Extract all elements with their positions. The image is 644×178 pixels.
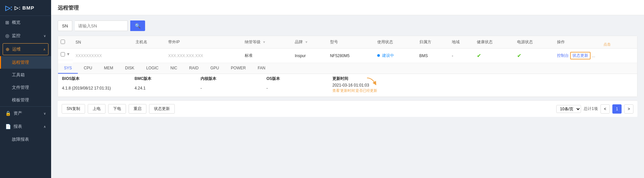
cell-hostname <box>133 49 166 63</box>
assets-icon: 🔒 <box>5 111 11 116</box>
per-page-select[interactable]: 10条/页 <box>556 105 581 113</box>
status-dot <box>377 54 380 57</box>
reports-icon: 📄 <box>5 124 11 129</box>
update-time-value: 2021-03-16 01:01:03 <box>332 83 369 88</box>
sidebar-item-assets[interactable]: 🔒 资产 ∨ <box>0 106 51 120</box>
th-tier[interactable]: 纳管等级 ▼ <box>242 36 292 49</box>
sub-info-values-cell: 4.1.8 (2019/08/12 17:01:31) 4.24.1 - - 2… <box>58 82 637 97</box>
cell-power: ✔ <box>514 49 554 63</box>
more-ops-button[interactable]: ... <box>592 53 595 58</box>
sidebar-item-label: 资产 <box>14 110 22 116</box>
th-use-status: 使用状态 <box>375 36 417 49</box>
sub-tab-gpu[interactable]: GPU <box>204 63 225 74</box>
header-bmc: BMC版本 <box>135 76 200 82</box>
filter-icon: ▼ <box>262 40 266 44</box>
sub-tab-power[interactable]: POWER <box>225 63 252 74</box>
sidebar-subitem-label: 远程管理 <box>12 59 29 65</box>
sub-tab-logic[interactable]: LOGIC <box>140 63 164 74</box>
check-hint-label: 查看'更新时间'是否已经更新 <box>332 88 398 93</box>
sub-tabs: SYS CPU MEM DISK LOGIC NIC RAID GPU POWE… <box>58 63 637 74</box>
sidebar-item-remote-mgmt[interactable]: 远程管理 <box>0 56 51 69</box>
cell-location: - <box>449 49 474 63</box>
sidebar-item-toolbox[interactable]: 工具箱 <box>0 69 51 81</box>
sub-tabs-cell: SYS CPU MEM DISK LOGIC NIC RAID GPU POWE… <box>58 63 637 74</box>
page-title: 远程管理 <box>58 5 79 11</box>
val-bios: 4.1.8 (2019/08/12 17:01:31) <box>62 86 135 90</box>
power-on-button[interactable]: 上电 <box>88 104 106 114</box>
th-tier-label: 纳管等级 <box>245 40 261 44</box>
select-all-checkbox[interactable] <box>61 40 65 44</box>
sub-tab-sys[interactable]: SYS <box>58 63 78 74</box>
th-location: 地域 <box>449 36 474 49</box>
sidebar: ▷: ▷: BMP ⊞ 概览 ◎ 监控 ∨ ⊕ 运维 ∧ 远程管理 工具箱 文件… <box>0 0 51 178</box>
cell-ip: XXX.XXX.XXX.XXX <box>166 49 242 63</box>
monitor-icon: ◎ <box>5 33 9 38</box>
table-row: ▼ XXXXXXXXXX XXX.XXX.XXX.XXX 标准 Inspur N… <box>58 49 637 63</box>
sidebar-item-file-mgmt[interactable]: 文件管理 <box>0 81 51 94</box>
status-update-link[interactable]: 状态更新 <box>570 52 591 59</box>
ops-cell: 控制台 状态更新 ... 点击 <box>557 52 634 59</box>
expand-icon[interactable]: ▼ <box>66 52 70 56</box>
sidebar-item-overview[interactable]: ⊞ 概览 <box>0 16 51 29</box>
ops-icon: ⊕ <box>6 47 10 52</box>
sidebar-item-monitor[interactable]: ◎ 监控 ∨ <box>0 29 51 42</box>
val-os: - <box>266 86 332 90</box>
sidebar-subitem-label: 模板管理 <box>12 97 29 103</box>
th-hostname: 主机名 <box>133 36 166 49</box>
th-ops: 操作 <box>554 36 637 49</box>
overview-icon: ⊞ <box>5 20 9 25</box>
sidebar-item-ops[interactable]: ⊕ 运维 ∧ <box>3 43 48 55</box>
sidebar-item-reports[interactable]: 📄 报表 ∧ <box>0 120 51 133</box>
sub-tab-disk[interactable]: DISK <box>119 63 140 74</box>
current-page-button[interactable]: 1 <box>612 104 622 114</box>
search-button[interactable]: 🔍 <box>130 20 145 31</box>
arrow-icon: ∧ <box>44 125 46 128</box>
sub-tab-fan[interactable]: FAN <box>252 63 271 74</box>
sn-copy-button[interactable]: SN复制 <box>62 104 85 114</box>
sub-tab-nic[interactable]: NIC <box>165 63 183 74</box>
sidebar-item-template-mgmt[interactable]: 模板管理 <box>0 94 51 106</box>
sub-tab-raid[interactable]: RAID <box>183 63 204 74</box>
action-buttons: SN复制 上电 下电 重启 状态更新 <box>62 104 175 114</box>
th-sn: SN <box>73 36 133 49</box>
power-off-button[interactable]: 下电 <box>108 104 126 114</box>
prev-page-button[interactable]: < <box>600 104 610 114</box>
header-bios: BIOS版本 <box>62 76 135 82</box>
sidebar-subitem-label: 工具箱 <box>12 72 25 78</box>
th-model: 型号 <box>327 36 375 49</box>
logo-icon: ▷: <box>5 4 13 12</box>
search-label: SN <box>58 20 72 31</box>
cell-tier: 标准 <box>242 49 292 63</box>
status-update-button[interactable]: 状态更新 <box>149 104 175 114</box>
sub-tabs-row: SYS CPU MEM DISK LOGIC NIC RAID GPU POWE… <box>58 63 637 74</box>
sub-tab-cpu[interactable]: CPU <box>78 63 98 74</box>
console-link[interactable]: 控制台 <box>557 53 569 58</box>
reboot-button[interactable]: 重启 <box>129 104 146 114</box>
arrow-icon: ∨ <box>44 112 46 115</box>
sidebar-subitem-label: 文件管理 <box>12 85 29 90</box>
header-kernel: 内核版本 <box>200 76 266 82</box>
sub-tab-mem[interactable]: MEM <box>98 63 119 74</box>
val-bmc: 4.24.1 <box>135 86 200 90</box>
arrow-svg <box>365 76 379 86</box>
app-logo: ▷: ▷: BMP <box>0 0 51 16</box>
sub-info-header-row: BIOS版本 BMC版本 内核版本 OS版本 更新时间 <box>58 74 637 82</box>
th-select <box>58 36 73 49</box>
content-area: SN 🔍 SN 主机名 带外IP 纳管等级 ▼ <box>51 15 644 178</box>
sidebar-item-label: 监控 <box>12 33 20 39</box>
cell-belong: BMS <box>417 49 449 63</box>
cell-health: ✔ <box>474 49 514 63</box>
page-header: 远程管理 <box>51 0 644 15</box>
sidebar-item-label: 概览 <box>12 19 20 25</box>
sidebar-item-fault-report[interactable]: 故障报表 <box>0 133 51 146</box>
sub-info-headers-cell: BIOS版本 BMC版本 内核版本 OS版本 更新时间 <box>58 74 637 82</box>
th-brand[interactable]: 品牌 ▼ <box>292 36 327 49</box>
th-power: 电源状态 <box>514 36 554 49</box>
th-ip: 带外IP <box>166 36 242 49</box>
row-checkbox[interactable] <box>61 52 65 56</box>
cell-model: NF5280M5 <box>327 49 375 63</box>
main-content: 远程管理 SN 🔍 SN 主机名 带外IP 纳管等级 ▼ <box>51 0 644 178</box>
search-input[interactable] <box>75 20 128 31</box>
next-page-button[interactable]: > <box>624 104 633 114</box>
cell-use-status: 建设中 <box>375 49 417 63</box>
